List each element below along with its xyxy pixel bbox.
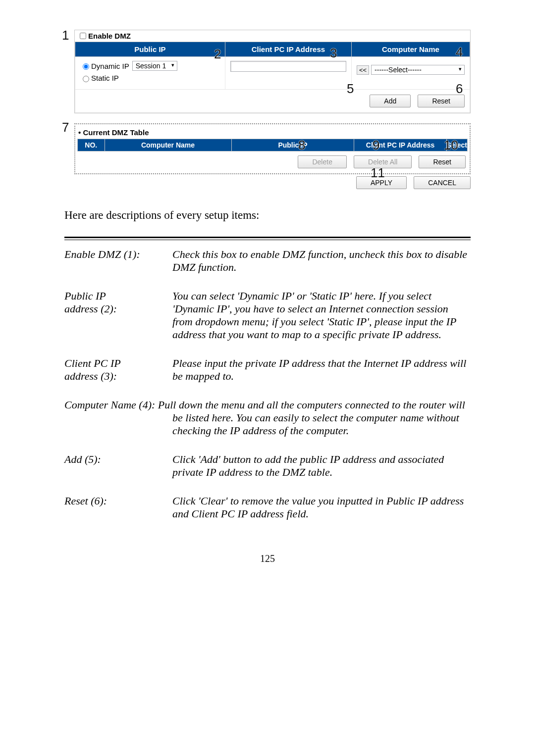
descriptions-lead: Here are descriptions of every setup ite…: [64, 209, 471, 222]
callout-11: 11: [371, 165, 385, 181]
copy-name-button[interactable]: <<: [357, 65, 369, 75]
description-row: Computer Name (4): Pull down the menu an…: [64, 391, 471, 445]
static-ip-label: Static IP: [91, 74, 119, 82]
col-header-public-ip: Public IP: [75, 42, 225, 57]
description-key: Client PC IP address (3):: [64, 349, 172, 391]
cancel-button[interactable]: CANCEL: [414, 176, 471, 189]
page-number: 125: [64, 553, 471, 564]
descriptions-table: Enable DMZ (1):Check this box to enable …: [64, 240, 471, 528]
description-key: Public IP address (2):: [64, 282, 172, 349]
description-value: Please input the private IP address that…: [172, 349, 471, 391]
col-header-client-ip2: Client PC IP Address: [354, 139, 446, 151]
col-header-computer-name: Computer Name: [351, 42, 470, 57]
description-key: Enable DMZ (1):: [64, 240, 172, 282]
callout-3: 3: [330, 46, 337, 61]
callout-10: 10: [444, 138, 458, 153]
description-value: Click 'Clear' to remove the value you in…: [172, 487, 471, 528]
reset-button-2[interactable]: Reset: [419, 155, 466, 168]
enable-dmz-header: Enable DMZ: [75, 30, 470, 42]
static-ip-radio[interactable]: [83, 76, 89, 82]
delete-button[interactable]: Delete: [298, 155, 346, 168]
callout-6: 6: [456, 81, 463, 97]
session-select[interactable]: Session 1: [132, 61, 177, 71]
callout-2: 2: [214, 47, 221, 62]
col-header-computer-name2: Computer Name: [105, 139, 231, 151]
description-key: Add (5):: [64, 445, 172, 487]
dynamic-ip-radio[interactable]: [83, 63, 89, 70]
col-header-public-ip2: Public IP: [231, 139, 354, 151]
computer-name-select[interactable]: ------Select------: [371, 65, 465, 75]
callout-5: 5: [347, 81, 354, 97]
client-ip-input[interactable]: [230, 61, 346, 72]
description-key: Reset (6):: [64, 487, 172, 528]
callout-1: 1: [62, 28, 69, 43]
description-value: Click 'Add' button to add the public IP …: [172, 445, 471, 487]
dmz-config-screenshot: 1 2 3 4 5 6 7 8 9 10 11 Enable DMZ Publi…: [64, 30, 471, 189]
callout-4: 4: [456, 45, 463, 60]
enable-dmz-label: Enable DMZ: [88, 32, 131, 40]
current-dmz-table-title: Current DMZ Table: [77, 126, 468, 139]
dynamic-ip-label: Dynamic IP: [91, 62, 129, 70]
callout-7: 7: [62, 120, 69, 135]
callout-8: 8: [298, 138, 305, 153]
callout-9: 9: [373, 138, 379, 153]
enable-dmz-checkbox[interactable]: [80, 33, 86, 39]
description-value: Check this box to enable DMZ function, u…: [172, 240, 471, 282]
description-value: You can select 'Dynamic IP' or 'Static I…: [172, 282, 471, 349]
add-button[interactable]: Add: [370, 95, 411, 107]
col-header-no: NO.: [78, 139, 105, 151]
